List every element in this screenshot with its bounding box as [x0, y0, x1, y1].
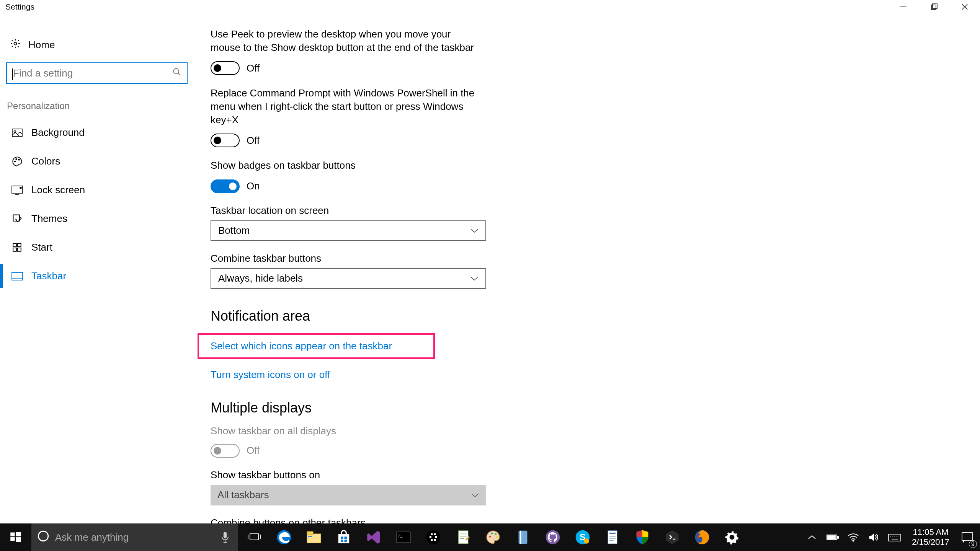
- taskbar-app-explorer[interactable]: [299, 523, 328, 551]
- svg-point-51: [496, 536, 498, 538]
- svg-rect-53: [520, 531, 521, 544]
- link-select-icons[interactable]: Select which icons appear on the taskbar: [211, 340, 392, 352]
- toggle-peek[interactable]: [211, 61, 240, 75]
- svg-rect-39: [341, 540, 343, 542]
- svg-rect-20: [18, 248, 21, 251]
- close-button[interactable]: [949, 0, 980, 14]
- tray-overflow-button[interactable]: [802, 523, 822, 551]
- search-input[interactable]: Find a setting: [6, 62, 188, 84]
- taskbar-icon: [11, 271, 23, 282]
- toggle-show-all-state: Off: [247, 445, 260, 456]
- taskbar-app-github[interactable]: [538, 523, 567, 551]
- svg-rect-24: [16, 532, 21, 536]
- svg-rect-26: [16, 537, 21, 542]
- cortana-search[interactable]: Ask me anything: [31, 523, 238, 551]
- dropdown-value: Bottom: [218, 225, 250, 236]
- home-label: Home: [28, 39, 55, 51]
- taskbar-app-store[interactable]: [329, 523, 358, 551]
- sidebar-section-label: Personalization: [0, 89, 203, 118]
- svg-rect-35: [308, 536, 312, 537]
- svg-rect-19: [13, 248, 16, 251]
- chevron-down-icon: [471, 492, 479, 498]
- taskbar-app-paint[interactable]: [479, 523, 508, 551]
- taskbar-app-bash[interactable]: [658, 523, 687, 551]
- svg-rect-34: [307, 531, 313, 535]
- taskbar-app-firefox[interactable]: [688, 523, 717, 551]
- setting-peek-desc: Use Peek to preview the desktop when you…: [211, 28, 479, 54]
- system-tray: [802, 523, 906, 551]
- chevron-down-icon: [470, 276, 479, 281]
- gear-icon: [10, 38, 21, 52]
- taskbar-app-skype[interactable]: S: [568, 523, 597, 551]
- show-buttons-on-dropdown: All taskbars: [211, 485, 486, 505]
- taskbar-app-book[interactable]: [508, 523, 537, 551]
- svg-rect-68: [889, 534, 901, 541]
- show-buttons-on-label: Show taskbar buttons on: [211, 469, 965, 481]
- window-titlebar: Settings: [0, 0, 980, 14]
- tray-keyboard-icon[interactable]: [885, 523, 904, 551]
- sidebar-item-lockscreen[interactable]: Lock screen: [0, 176, 203, 204]
- combine-taskbar-dropdown[interactable]: Always, hide labels: [211, 268, 486, 289]
- sidebar-item-background[interactable]: Background: [0, 118, 203, 147]
- sidebar-item-label: Start: [31, 241, 52, 253]
- cortana-placeholder: Ask me anything: [55, 531, 129, 543]
- svg-point-27: [38, 531, 48, 541]
- sidebar-item-label: Background: [31, 127, 85, 139]
- taskbar-app-slack[interactable]: [419, 523, 448, 551]
- svg-rect-75: [962, 533, 973, 540]
- microphone-icon[interactable]: [217, 531, 233, 543]
- tray-volume-icon[interactable]: [864, 523, 884, 551]
- windows-taskbar: Ask me anything >_ S 11:05 AM 2/15/2017 …: [0, 523, 980, 551]
- minimize-button[interactable]: [888, 0, 919, 14]
- clock-time: 11:05 AM: [912, 527, 949, 537]
- sidebar-item-start[interactable]: Start: [0, 233, 203, 262]
- dropdown-value: Always, hide labels: [218, 272, 303, 284]
- search-placeholder: Find a setting: [12, 67, 172, 79]
- window-caption-buttons: [888, 0, 980, 14]
- svg-line-7: [178, 73, 180, 75]
- svg-rect-2: [933, 4, 937, 8]
- taskbar-app-edge[interactable]: [270, 523, 299, 551]
- home-button[interactable]: Home: [0, 33, 203, 57]
- svg-point-43: [426, 530, 441, 544]
- taskbar-app-terminal[interactable]: >_: [389, 523, 418, 551]
- svg-point-12: [18, 159, 20, 160]
- svg-rect-40: [345, 540, 347, 542]
- settings-content: Use Peek to preview the desktop when you…: [203, 14, 980, 523]
- dropdown-value: All taskbars: [217, 489, 269, 501]
- sidebar-item-taskbar[interactable]: Taskbar: [0, 262, 203, 290]
- action-center-button[interactable]: 9: [955, 523, 980, 551]
- svg-rect-37: [341, 536, 343, 539]
- taskbar-app-defender[interactable]: [628, 523, 657, 551]
- svg-rect-38: [345, 536, 347, 539]
- palette-icon: [11, 156, 23, 167]
- start-button[interactable]: [0, 523, 31, 551]
- svg-rect-18: [18, 243, 21, 247]
- multiple-displays-heading: Multiple displays: [211, 400, 965, 416]
- taskbar-app-visualstudio[interactable]: [359, 523, 388, 551]
- sidebar-item-colors[interactable]: Colors: [0, 147, 203, 176]
- themes-icon: [11, 213, 23, 225]
- tray-wifi-icon[interactable]: [844, 523, 863, 551]
- window-title: Settings: [5, 2, 34, 11]
- svg-rect-44: [458, 531, 468, 544]
- svg-rect-58: [608, 531, 617, 544]
- sidebar-item-label: Taskbar: [31, 270, 66, 282]
- svg-point-6: [173, 68, 179, 74]
- task-view-button[interactable]: [240, 523, 269, 551]
- svg-rect-59: [609, 533, 616, 534]
- taskbar-app-document[interactable]: [598, 523, 627, 551]
- link-system-icons[interactable]: Turn system icons on or off: [211, 369, 330, 381]
- taskbar-clock[interactable]: 11:05 AM 2/15/2017: [906, 527, 955, 548]
- setting-badges-desc: Show badges on taskbar buttons: [211, 159, 479, 172]
- sidebar-item-themes[interactable]: Themes: [0, 204, 203, 233]
- taskbar-app-settings[interactable]: [717, 523, 746, 551]
- taskbar-location-dropdown[interactable]: Bottom: [211, 220, 486, 241]
- settings-sidebar: Home Find a setting Personalization Back…: [0, 14, 203, 523]
- toggle-powershell[interactable]: [211, 134, 240, 147]
- maximize-button[interactable]: [919, 0, 949, 14]
- taskbar-app-notepadpp[interactable]: [449, 523, 478, 551]
- toggle-badges[interactable]: [211, 179, 240, 193]
- tray-battery-icon[interactable]: [823, 523, 842, 551]
- picture-icon: [11, 127, 23, 139]
